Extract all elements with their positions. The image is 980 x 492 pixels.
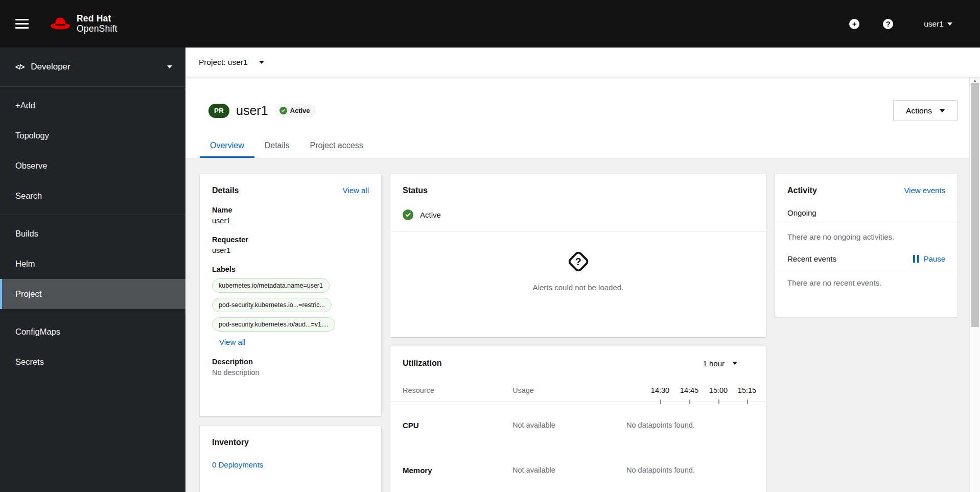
axis-tick <box>660 400 661 404</box>
sidebar-item-builds[interactable]: Builds <box>0 219 185 249</box>
tab-project-access[interactable]: Project access <box>300 134 374 158</box>
utilization-card: Utilization 1 hour Resource Usage 14:30 <box>390 346 766 492</box>
details-card-title: Details <box>212 186 239 195</box>
sidebar-item-search[interactable]: Search <box>0 181 185 211</box>
time-tick-label: 15:00 <box>709 386 728 394</box>
brand-line2: OpenShift <box>77 24 118 34</box>
brand: Red Hat OpenShift <box>49 14 118 34</box>
pause-label: Pause <box>923 254 945 263</box>
axis-tick <box>689 400 690 404</box>
menu-toggle-icon[interactable] <box>15 19 29 29</box>
status-card-title: Status <box>403 186 428 195</box>
resource-usage: Not available <box>512 421 555 429</box>
perspective-switcher[interactable]: </> Developer <box>0 48 185 87</box>
field-value-name: user1 <box>212 217 369 225</box>
alerts-empty-message: Alerts could not be loaded. <box>533 283 624 292</box>
project-selector-label: Project: user1 <box>199 58 248 67</box>
chevron-down-icon <box>732 362 737 365</box>
duration-value: 1 hour <box>703 359 725 368</box>
page-header: PR user1 Active Actions <box>185 77 969 158</box>
description-value: No description <box>212 368 369 377</box>
ongoing-empty-message: There are no ongoing activities. <box>787 232 945 241</box>
pause-icon <box>913 255 920 263</box>
axis-tick <box>747 400 748 404</box>
divider <box>775 270 958 270</box>
duration-select[interactable]: 1 hour <box>703 359 737 368</box>
labels-view-all-link[interactable]: View all <box>219 338 245 346</box>
activity-card-title: Activity <box>787 186 817 195</box>
time-axis <box>390 402 766 402</box>
field-label-name: Name <box>212 206 369 214</box>
page-content: PR user1 Active Actions <box>185 77 969 492</box>
resource-datapoints: No datapoints found. <box>626 421 695 429</box>
page-title: user1 <box>236 103 268 118</box>
project-selector[interactable]: Project: user1 <box>185 48 980 77</box>
sidebar-divider <box>0 313 185 313</box>
brand-text: Red Hat OpenShift <box>77 14 118 34</box>
sidebar-item-secrets[interactable]: Secrets <box>0 347 185 377</box>
resource-usage: Not available <box>512 466 555 474</box>
time-tick-label: 14:30 <box>651 386 669 394</box>
help-icon[interactable]: ? <box>883 19 893 29</box>
tab-overview[interactable]: Overview <box>200 134 254 158</box>
sidebar: </> Developer +Add Topology Observe Sear… <box>0 48 185 492</box>
actions-button-label: Actions <box>906 106 932 115</box>
user-menu[interactable]: user1 <box>924 19 952 29</box>
usage-column-header: Usage <box>512 386 534 394</box>
utilization-row-cpu: CPU Not available No datapoints found. <box>403 421 754 431</box>
ongoing-label: Ongoing <box>787 208 816 217</box>
deployments-link[interactable]: 0 Deployments <box>212 460 263 469</box>
sidebar-item-add[interactable]: +Add <box>0 90 185 121</box>
resource-datapoints: No datapoints found. <box>626 466 695 474</box>
details-card: Details View all Name user1 Requester us… <box>200 174 381 416</box>
utilization-row-memory: Memory Not available No datapoints found… <box>403 466 754 476</box>
recent-empty-message: There are no recent events. <box>787 278 945 287</box>
sidebar-item-configmaps[interactable]: ConfigMaps <box>0 317 185 347</box>
view-events-link[interactable]: View events <box>904 186 945 195</box>
scrollbar-thumb[interactable] <box>971 83 979 327</box>
pause-events-button[interactable]: Pause <box>913 254 945 263</box>
resource-name: CPU <box>403 421 419 430</box>
details-view-all-link[interactable]: View all <box>343 186 369 195</box>
chevron-down-icon <box>940 109 945 112</box>
sidebar-item-project[interactable]: Project <box>0 279 185 309</box>
axis-tick <box>718 400 719 404</box>
redhat-fedora-icon <box>49 16 72 32</box>
project-resource-badge: PR <box>208 104 229 118</box>
code-icon: </> <box>15 63 24 71</box>
status-card: Status Active ? <box>390 174 766 337</box>
label-pill: kubernetes.io/metadata.name=user1 <box>212 278 330 293</box>
utilization-card-title: Utilization <box>403 359 441 368</box>
activity-card: Activity View events Ongoing There are n… <box>775 174 958 317</box>
sidebar-divider <box>0 215 185 215</box>
recent-events-label: Recent events <box>787 254 836 263</box>
chevron-down-icon <box>167 65 172 68</box>
tabs: Overview Details Project access <box>200 134 958 158</box>
chevron-down-icon <box>259 61 264 64</box>
vertical-scrollbar[interactable]: ▲ <box>969 77 980 492</box>
masthead: Red Hat OpenShift + ? user1 <box>0 0 980 48</box>
inventory-card-title: Inventory <box>212 438 249 447</box>
description-label: Description <box>212 358 369 366</box>
label-pill: pod-security.kubernetes.io...=restric... <box>212 298 332 312</box>
sidebar-item-topology[interactable]: Topology <box>0 121 185 151</box>
field-value-requester: user1 <box>212 246 369 254</box>
check-circle-icon <box>403 209 413 220</box>
chevron-down-icon <box>947 22 952 26</box>
status-badge: Active <box>275 104 316 118</box>
tab-details[interactable]: Details <box>254 134 300 158</box>
actions-button[interactable]: Actions <box>893 100 958 121</box>
sidebar-item-helm[interactable]: Helm <box>0 249 185 279</box>
sidebar-item-observe[interactable]: Observe <box>0 151 185 181</box>
field-label-requester: Requester <box>212 236 369 244</box>
status-active-label: Active <box>420 210 441 219</box>
add-plus-icon[interactable]: + <box>849 19 859 29</box>
check-circle-icon <box>279 107 287 114</box>
divider <box>775 224 958 224</box>
perspective-label: Developer <box>31 62 71 72</box>
status-badge-label: Active <box>290 107 310 114</box>
time-tick-label: 14:45 <box>680 386 698 394</box>
resource-column-header: Resource <box>403 386 434 394</box>
resource-name: Memory <box>403 466 432 475</box>
labels-label: Labels <box>212 265 369 273</box>
